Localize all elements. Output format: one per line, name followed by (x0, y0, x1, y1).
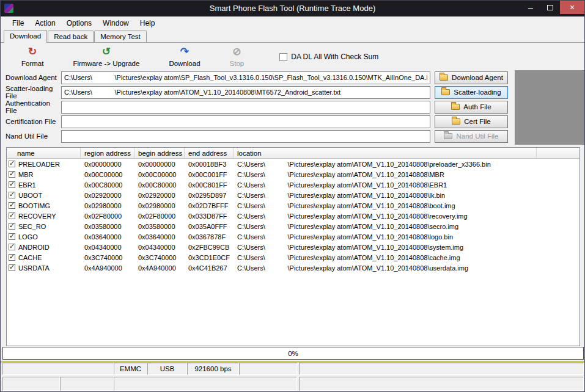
auth-button-label: Auth File (463, 103, 491, 111)
nand-util-input[interactable] (61, 130, 430, 143)
scatter-browse-button[interactable]: Scatter-loading (435, 86, 508, 99)
toolbar: ↻ Format ↺ Firmware -> Upgrade ↷ Downloa… (1, 43, 584, 71)
maximize-button[interactable] (542, 1, 559, 14)
table-row[interactable]: MBR 0x00C00000 0x00C00000 0x00C001FF C:\… (7, 169, 579, 180)
file-fields: Download Agent Download Agent Scatter-lo… (1, 70, 517, 143)
row-checkbox[interactable] (9, 202, 15, 209)
col-header-end[interactable]: end address (185, 148, 234, 158)
begin-address: 0x00000000 (134, 161, 185, 168)
menu-file[interactable]: File (7, 18, 29, 29)
folder-icon (444, 133, 452, 139)
table-row[interactable]: ANDROID 0x04340000 0x04340000 0x2FBC99CB… (7, 242, 579, 252)
region-address: 0x3C740000 (81, 254, 134, 261)
cert-file-input[interactable] (61, 115, 430, 128)
table-row[interactable]: PRELOADER 0x00000000 0x00000000 0x00018B… (7, 159, 579, 169)
table-row[interactable]: SEC_RO 0x03580000 0x03580000 0x035A0FFF … (7, 221, 579, 231)
row-checkbox[interactable] (9, 264, 15, 271)
firmware-upgrade-icon: ↺ (102, 46, 111, 59)
close-button[interactable]: × (560, 1, 584, 14)
scatter-file-row: Scatter-loading File Scatter-loading (1, 85, 517, 100)
table-header: name region address begin address end ad… (7, 148, 579, 159)
col-header-name[interactable]: name (7, 148, 81, 158)
scatter-file-input[interactable] (61, 86, 430, 99)
begin-address: 0x03640000 (134, 233, 185, 241)
folder-icon (441, 89, 450, 95)
partition-table: name region address begin address end ad… (6, 147, 580, 346)
region-address: 0x03640000 (81, 233, 134, 241)
cert-file-label: Certification File (1, 118, 61, 125)
row-checkbox[interactable] (9, 223, 15, 230)
side-panel (515, 70, 585, 145)
row-checkbox[interactable] (9, 244, 15, 250)
download-agent-label: Download Agent (1, 74, 61, 81)
menu-window[interactable]: Window (97, 18, 134, 29)
row-checkbox[interactable] (9, 212, 15, 219)
download-label: Download (169, 60, 200, 67)
nand-util-label: Nand Util File (1, 132, 61, 140)
table-row[interactable]: UBOOT 0x02920000 0x02920000 0x0295D897 C… (7, 190, 579, 200)
menu-options[interactable]: Options (61, 18, 97, 29)
end-address: 0x0295D897 (185, 192, 234, 199)
col-header-begin[interactable]: begin address (134, 148, 185, 158)
partition-name: PRELOADER (18, 161, 60, 168)
end-address: 0x3CD1E0CF (185, 254, 234, 261)
menu-action[interactable]: Action (29, 18, 61, 29)
row-checkbox[interactable] (9, 171, 15, 178)
end-address: 0x00018BF3 (185, 161, 234, 168)
row-checkbox[interactable] (9, 233, 15, 240)
stop-button: ⊘ Stop (230, 46, 245, 67)
tab-memory-test[interactable]: Memory Test (94, 31, 147, 42)
auth-file-input[interactable] (61, 101, 430, 114)
da-checksum-label: DA DL All With Check Sum (291, 53, 378, 61)
partition-name: RECOVERY (18, 212, 56, 220)
status-cell-empty (114, 377, 297, 391)
partition-name: CACHE (18, 254, 42, 261)
format-label: Format (21, 60, 43, 67)
download-agent-input[interactable] (61, 71, 430, 84)
partition-name: SEC_RO (18, 223, 46, 230)
tab-read-back[interactable]: Read back (48, 31, 94, 42)
da-checksum-checkbox[interactable] (279, 53, 287, 61)
status-cell-empty (239, 363, 297, 375)
file-location: C:\Users\ \Pictures\explay atom\ATOM_V1.… (234, 244, 537, 251)
begin-address: 0x00C00000 (134, 171, 185, 178)
region-address: 0x04340000 (81, 244, 134, 251)
table-row[interactable]: RECOVERY 0x02F80000 0x02F80000 0x033D87F… (7, 211, 579, 221)
region-address: 0x03580000 (81, 223, 134, 230)
auth-file-label: Authentication File (1, 100, 61, 114)
download-agent-browse-button[interactable]: Download Agent (435, 71, 508, 84)
maximize-icon (547, 5, 553, 10)
row-checkbox[interactable] (9, 254, 15, 261)
table-row[interactable]: EBR1 0x00C80000 0x00C80000 0x00C801FF C:… (7, 180, 579, 190)
download-button[interactable]: ↷ Download (169, 46, 200, 67)
auth-browse-button[interactable]: Auth File (435, 101, 508, 114)
table-row[interactable]: BOOTIMG 0x02980000 0x02980000 0x02D7BFFF… (7, 200, 579, 211)
folder-icon (452, 118, 460, 125)
tab-download[interactable]: Download (4, 30, 47, 43)
begin-address: 0x03580000 (134, 223, 185, 230)
row-checkbox[interactable] (9, 161, 15, 167)
menu-bar: File Action Options Window Help (1, 16, 584, 29)
col-header-region[interactable]: region address (81, 148, 134, 158)
format-button[interactable]: ↻ Format (21, 46, 43, 67)
status-connection-type: USB (147, 363, 187, 375)
minimize-button[interactable]: – (522, 1, 539, 14)
row-checkbox[interactable] (9, 181, 15, 188)
format-icon: ↻ (28, 46, 37, 59)
begin-address: 0x00C80000 (134, 181, 185, 189)
cert-browse-button[interactable]: Cert File (435, 115, 508, 128)
row-checkbox[interactable] (9, 192, 15, 198)
col-header-location[interactable]: location (234, 148, 537, 158)
table-row[interactable]: LOGO 0x03640000 0x03640000 0x0367878F C:… (7, 231, 579, 242)
download-icon: ↷ (180, 46, 189, 59)
menu-help[interactable]: Help (134, 18, 161, 29)
status-baud-rate: 921600 bps (187, 363, 239, 375)
table-row[interactable]: USRDATA 0x4A940000 0x4A940000 0x4C41B267… (7, 263, 579, 273)
region-address: 0x02920000 (81, 192, 134, 199)
firmware-upgrade-button[interactable]: ↺ Firmware -> Upgrade (73, 46, 139, 67)
table-row[interactable]: CACHE 0x3C740000 0x3C740000 0x3CD1E0CF C… (7, 252, 579, 263)
flash-tool-window: { "window": { "title": "Smart Phone Flas… (0, 0, 585, 392)
file-location: C:\Users\ \Pictures\explay atom\ATOM_V1.… (234, 192, 537, 199)
folder-icon (440, 74, 448, 81)
folder-icon (451, 104, 460, 110)
